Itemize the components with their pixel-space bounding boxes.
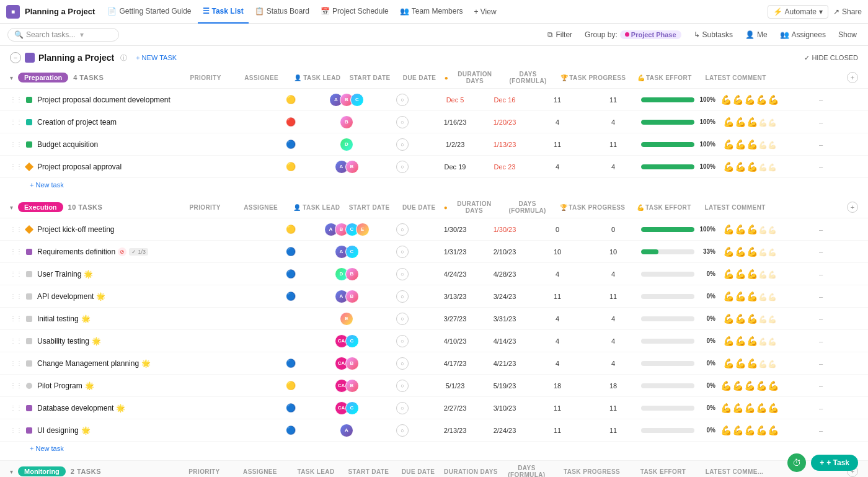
drag-handle[interactable]: ⋮⋮ [10, 163, 22, 170]
new-task-header-btn[interactable]: + NEW TASK [131, 53, 182, 63]
col-priority-mon: PRIORITY [176, 468, 232, 475]
priority-flag: 🟡 [263, 381, 319, 390]
automate-button[interactable]: ⚡ Automate ▾ [768, 5, 828, 19]
task-lead-icon[interactable]: ○ [396, 380, 409, 392]
tab-getting-started[interactable]: 📄 Getting Started Guide [102, 0, 196, 24]
task-name[interactable]: Budget acquisition [37, 140, 263, 149]
progress-pct: 0% [698, 382, 715, 389]
task-lead-icon[interactable]: ○ [396, 116, 409, 128]
automate-chevron: ▾ [819, 7, 823, 16]
new-task-link-exec[interactable]: + New task [30, 445, 64, 452]
filter-button[interactable]: ⧉ Filter [544, 29, 576, 40]
task-lead-icon[interactable]: ○ [396, 402, 409, 414]
comment-col: – [784, 293, 858, 300]
comment-col: – [784, 382, 858, 390]
drag-handle[interactable]: ⋮⋮ [10, 248, 22, 255]
task-lead-icon[interactable]: ○ [396, 268, 409, 280]
task-row: ⋮⋮ Project proposal approval 🟡 A B ○ Dec… [0, 156, 868, 178]
filter-icon: ⧉ [547, 30, 553, 39]
me-button[interactable]: 👤 Me [742, 29, 771, 40]
group-by-button[interactable]: Group by: Project Phase [581, 29, 684, 40]
task-lead-icon[interactable]: ○ [396, 161, 409, 173]
avatar-stack: A B [335, 290, 359, 303]
hide-closed-btn[interactable]: ✓ HIDE CLOSED [804, 54, 858, 62]
col-comment-exec: LATEST COMMENT [698, 204, 773, 211]
task-lead-icon[interactable]: ○ [396, 424, 409, 437]
task-row: ⋮⋮ Usability testing 🌟 CA C ○ 4/10/23 4/… [0, 330, 868, 352]
tab-task-list[interactable]: ☰ Task List [198, 0, 249, 24]
new-task-link[interactable]: + New task [30, 181, 64, 189]
assignees-button[interactable]: 👥 Assignees [776, 29, 830, 40]
group-collapse-monitoring[interactable]: ▾ [10, 468, 13, 475]
nav-right: ⚡ Automate ▾ ↗ Share [768, 5, 862, 19]
subtasks-button[interactable]: ↳ Subtasks [690, 29, 737, 40]
task-lead-icon[interactable]: ○ [396, 313, 409, 325]
col-comment: LATEST COMMENT [699, 74, 773, 81]
group-add-btn-exec[interactable]: + [847, 202, 858, 213]
drag-handle[interactable]: ⋮⋮ [10, 404, 22, 411]
start-date: 1/31/23 [430, 248, 480, 256]
drag-handle[interactable]: ⋮⋮ [10, 360, 22, 367]
col-progress: 🏆TASK PROGRESS [556, 74, 631, 81]
drag-handle[interactable]: ⋮⋮ [10, 315, 22, 322]
due-date: 4/14/23 [480, 337, 529, 345]
task-lead-icon[interactable]: ○ [396, 246, 409, 258]
drag-handle[interactable]: ⋮⋮ [10, 118, 22, 125]
drag-handle[interactable]: ⋮⋮ [10, 226, 22, 233]
due-date: 5/19/23 [480, 382, 529, 390]
tab-project-schedule[interactable]: 📅 Project Schedule [316, 0, 394, 24]
drag-handle[interactable]: ⋮⋮ [10, 382, 22, 389]
group-collapse-icon[interactable]: ▾ [10, 74, 13, 81]
task-lead-icon[interactable]: ○ [396, 335, 409, 347]
search-box[interactable]: 🔍 Search tasks... ▾ [7, 28, 119, 42]
avatar: B [340, 115, 353, 129]
status-dot [26, 293, 32, 300]
task-name[interactable]: API development 🌟 [37, 292, 263, 301]
task-name[interactable]: User Training 🌟 [37, 270, 263, 279]
tab-status-board[interactable]: 📋 Status Board [250, 0, 314, 24]
group-collapse-icon[interactable]: ▾ [10, 204, 13, 211]
formula-days: 0 [585, 226, 641, 233]
task-name[interactable]: Creation of project team [37, 118, 263, 127]
task-name[interactable]: Requirements definition ⊘ ✓ 1/3 [37, 247, 263, 256]
progress-col: 100% [641, 141, 715, 148]
progress-col: 100% [641, 96, 715, 103]
task-name[interactable]: Initial testing 🌟 [37, 314, 263, 323]
add-view-btn[interactable]: + View [469, 5, 501, 19]
task-name[interactable]: Project proposal approval [37, 163, 263, 171]
task-name[interactable]: Project proposal document development [37, 96, 263, 104]
effort-col: 💪💪💪💪💪 [715, 161, 784, 172]
task-lead-icon[interactable]: ○ [396, 138, 409, 151]
drag-handle[interactable]: ⋮⋮ [10, 293, 22, 300]
task-name[interactable]: Project kick-off meeting [37, 225, 263, 234]
progress-bar [641, 164, 694, 169]
group-badge-execution: Execution [18, 202, 63, 212]
drag-handle[interactable]: ⋮⋮ [10, 427, 22, 434]
task-name[interactable]: Pilot Program 🌟 [37, 381, 263, 390]
task-name[interactable]: UI designing 🌟 [37, 426, 263, 435]
task-name[interactable]: Change Management planning 🌟 [37, 359, 263, 368]
clock-button[interactable]: ⏱ [787, 453, 806, 472]
task-lead-icon[interactable]: ○ [396, 357, 409, 370]
task-lead-icon[interactable]: ○ [396, 94, 409, 106]
duration-days: 10 [529, 248, 585, 256]
avatar: A [340, 424, 353, 437]
drag-handle[interactable]: ⋮⋮ [10, 337, 22, 344]
tab-team-members[interactable]: 👥 Team Members [395, 0, 468, 24]
task-name[interactable]: Usability testing 🌟 [37, 337, 263, 345]
progress-bar [641, 120, 694, 125]
project-collapse-btn[interactable]: – [10, 52, 21, 63]
drag-handle[interactable]: ⋮⋮ [10, 96, 22, 103]
drag-handle[interactable]: ⋮⋮ [10, 141, 22, 148]
drag-handle[interactable]: ⋮⋮ [10, 270, 22, 277]
task-name[interactable]: Database development 🌟 [37, 404, 263, 412]
assignee-col: A B [319, 160, 374, 174]
share-button[interactable]: ↗ Share [833, 7, 862, 16]
show-button[interactable]: Show [835, 29, 861, 40]
task-lead-icon[interactable]: ○ [396, 290, 409, 303]
group-add-btn[interactable]: + [847, 72, 858, 83]
add-task-button[interactable]: + + Task [811, 455, 858, 471]
tab-icon-task-list: ☰ [203, 7, 210, 16]
task-lead-icon[interactable]: ○ [396, 223, 409, 236]
effort-col: 💪💪💪💪💪 [715, 117, 784, 128]
